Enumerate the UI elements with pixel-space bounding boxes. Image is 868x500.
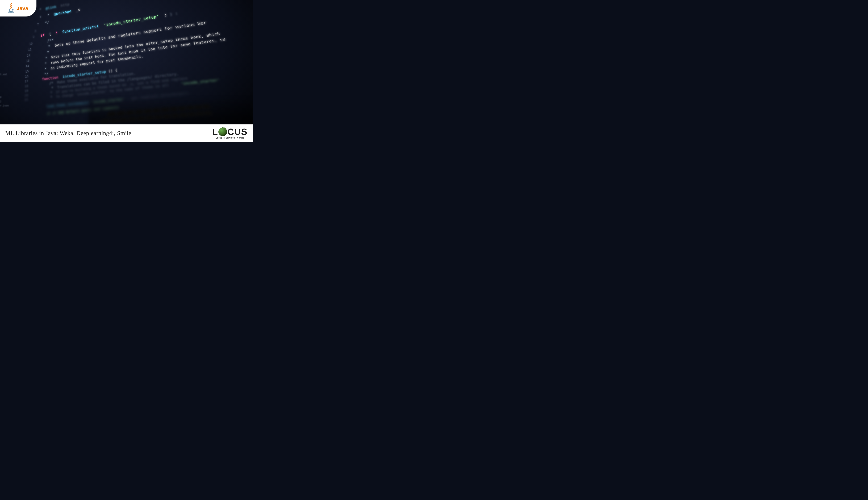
logo-subtitle: Locus IT Services | Nordic (216, 137, 244, 139)
title-bar: ML Libraries in Java: Weka, Deeplearning… (0, 124, 253, 142)
sidebar-file: r.json (0, 104, 9, 107)
java-badge: Java™ (0, 0, 36, 16)
java-cup-icon (7, 3, 15, 13)
globe-icon (218, 127, 227, 136)
java-wordmark: Java™ (17, 5, 30, 11)
graphic-title: ML Libraries in Java: Weka, Deeplearning… (5, 130, 131, 136)
promo-graphic: Java™ t.xml p j r.json * @link http 6 * … (0, 0, 253, 142)
sidebar-file: t.xml (0, 73, 7, 76)
keyboard-hint (89, 96, 253, 124)
code-line: 7 */ (34, 20, 49, 27)
sidebar-file: p (0, 95, 1, 98)
svg-point-1 (8, 12, 14, 13)
locus-logo: L CUS Locus IT Services | Nordic (212, 127, 248, 139)
code-line: 8 (31, 28, 40, 34)
code-line: 14 * runs before the init hook. The init… (24, 37, 226, 68)
sidebar-file: j (0, 100, 1, 103)
